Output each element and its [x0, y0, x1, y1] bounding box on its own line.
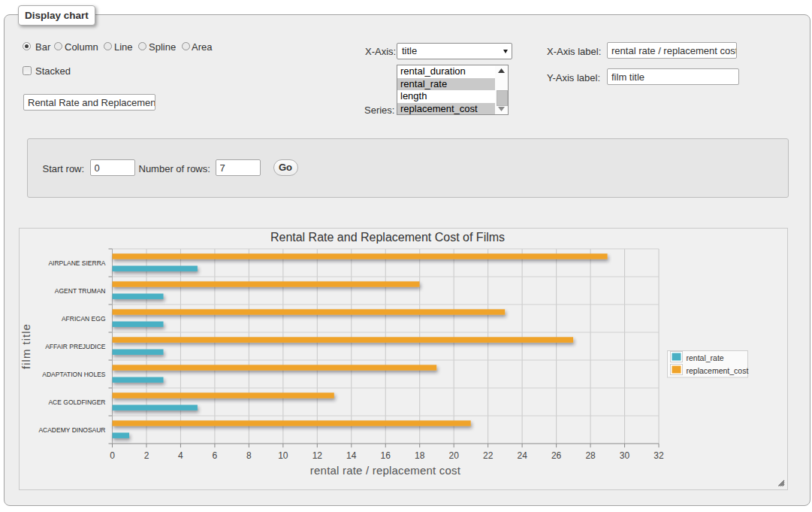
svg-text:18: 18: [415, 450, 425, 461]
svg-text:6: 6: [212, 450, 217, 461]
svg-text:rental_rate: rental_rate: [686, 353, 723, 362]
svg-text:2: 2: [143, 450, 149, 461]
svg-text:AIRPLANE SIERRA: AIRPLANE SIERRA: [48, 259, 105, 267]
svg-text:AFRICAN EGG: AFRICAN EGG: [61, 315, 105, 323]
svg-text:32: 32: [654, 450, 664, 461]
svg-text:26: 26: [551, 450, 561, 461]
svg-text:ACADEMY DINOSAUR: ACADEMY DINOSAUR: [38, 426, 105, 434]
svg-text:28: 28: [585, 450, 596, 461]
svg-text:16: 16: [380, 450, 391, 461]
svg-text:Rental Rate and Replacement Co: Rental Rate and Replacement Cost of Film…: [270, 231, 504, 244]
svg-text:24: 24: [517, 450, 527, 461]
svg-text:replacement_cost: replacement_cost: [686, 366, 748, 375]
svg-text:14: 14: [346, 450, 357, 461]
svg-text:22: 22: [482, 450, 493, 461]
svg-text:rental rate / replacement cost: rental rate / replacement cost: [309, 464, 460, 477]
svg-text:4: 4: [178, 450, 183, 461]
svg-text:8: 8: [246, 450, 252, 461]
svg-text:12: 12: [312, 450, 322, 461]
svg-text:AFFAIR PREJUDICE: AFFAIR PREJUDICE: [45, 343, 106, 350]
svg-text:10: 10: [278, 450, 288, 461]
svg-text:30: 30: [619, 450, 629, 461]
svg-text:AGENT TRUMAN: AGENT TRUMAN: [54, 287, 105, 295]
svg-text:20: 20: [448, 450, 459, 461]
svg-text:ACE GOLDFINGER: ACE GOLDFINGER: [48, 398, 105, 406]
svg-text:film title: film title: [20, 323, 32, 369]
svg-text:ADAPTATION HOLES: ADAPTATION HOLES: [42, 371, 106, 378]
svg-text:0: 0: [110, 450, 115, 461]
